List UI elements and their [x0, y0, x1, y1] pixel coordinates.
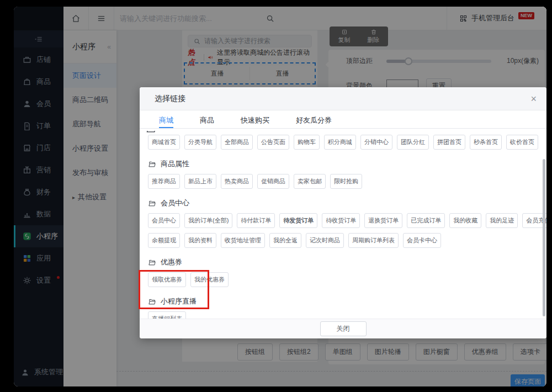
link-chip[interactable]: 待发货订单 [279, 213, 317, 228]
modal-tabs: 商城 商品 快速购买 好友瓜分券 [140, 110, 546, 129]
link-group-header: 商品属性 [147, 159, 538, 169]
link-chip[interactable]: 直播间列表 [148, 311, 186, 319]
link-chip[interactable]: 推荐商品 [148, 174, 180, 189]
link-chip[interactable]: 退换货订单 [364, 213, 402, 228]
link-chip[interactable]: 砍价首页 [506, 135, 538, 150]
folder-icon [145, 131, 160, 135]
link-list: 商城首页分类导航全部商品公告页面购物车积分商城分销中心团队分红拼团首页秒杀首页砍… [140, 129, 546, 319]
link-chip[interactable]: 余额提现 [148, 233, 180, 248]
link-chip[interactable]: 促销商品 [257, 174, 289, 189]
link-chip[interactable]: 团队分红 [397, 135, 429, 150]
folder-open-icon [147, 199, 157, 208]
link-row: 直播间列表 [148, 311, 538, 319]
link-chip[interactable]: 新品上市 [184, 174, 216, 189]
group-name: 商品属性 [161, 159, 189, 169]
link-chip[interactable]: 我的优惠券 [190, 272, 229, 287]
link-chip[interactable]: 拼团首页 [433, 135, 465, 150]
link-chip[interactable]: 我的资料 [184, 233, 216, 248]
link-group-header: 优惠券 [147, 257, 538, 267]
folder-open-icon [147, 160, 157, 168]
folder-open-icon [147, 258, 157, 267]
link-group-header-live: 小程序直播 [147, 296, 538, 306]
link-chip[interactable]: 待收货订单 [322, 213, 360, 228]
link-chip[interactable]: 记次时商品 [306, 233, 344, 248]
modal-title: 选择链接 [155, 94, 185, 104]
link-chip[interactable]: 会员卡中心 [403, 233, 441, 248]
close-icon[interactable]: × [530, 94, 537, 104]
link-chip[interactable]: 购物车 [294, 135, 320, 150]
tab-goods[interactable]: 商品 [200, 110, 214, 128]
link-row: 余额提现我的资料收货地址管理我的全返记次时商品周期购订单列表会员卡中心 [148, 233, 538, 252]
link-chip[interactable]: 限时抢购 [330, 174, 362, 189]
admin-app: 店铺 商品 会员 订单 门店 营销 [14, 7, 546, 386]
link-chip[interactable]: 待付款订单 [237, 213, 275, 228]
link-chip[interactable]: 我的收藏 [449, 213, 481, 228]
link-chip[interactable]: 分销中心 [360, 135, 392, 150]
link-chip[interactable]: 商城首页 [148, 135, 180, 150]
group-name: 优惠券 [161, 257, 182, 267]
link-group-header: 会员中心 [147, 198, 538, 208]
link-row: 商城首页分类导航全部商品公告页面购物车积分商城分销中心团队分红拼团首页秒杀首页砍… [148, 135, 538, 153]
tab-friend-coupon[interactable]: 好友瓜分券 [296, 110, 332, 128]
link-chip[interactable]: 公告页面 [257, 135, 289, 150]
modal-scrollbar[interactable] [543, 159, 545, 316]
link-chip[interactable]: 热卖商品 [221, 174, 253, 189]
select-link-modal: 选择链接 × 商城 商品 快速购买 好友瓜分券 商城首页分类导航全部商品公告页面… [140, 87, 546, 338]
link-chip[interactable]: 我的全返 [269, 233, 301, 248]
link-chip[interactable]: 领取优惠券 [148, 272, 186, 287]
link-chip[interactable]: 分类导航 [184, 135, 216, 150]
tab-quick-buy[interactable]: 快速购买 [241, 110, 269, 128]
link-row: 会员中心我的订单(全部)待付款订单待发货订单待收货订单退换货订单已完成订单我的收… [148, 213, 538, 232]
link-row: 推荐商品新品上市热卖商品促销商品卖家包邮限时抢购 [148, 174, 538, 193]
group-name: 会员中心 [161, 198, 189, 208]
folder-open-icon [147, 298, 157, 306]
link-chip[interactable]: 周期购订单列表 [348, 233, 399, 248]
link-chip[interactable]: 积分商城 [324, 135, 356, 150]
link-chip[interactable]: 收货地址管理 [221, 233, 265, 248]
link-chip[interactable]: 我的订单(全部) [184, 213, 232, 228]
group-name: 小程序直播 [161, 296, 197, 306]
link-chip[interactable]: 秒杀首页 [470, 135, 502, 150]
modal-close-button[interactable]: 关闭 [320, 321, 367, 336]
link-row: 领取优惠券我的优惠券 [148, 272, 538, 291]
link-chip[interactable]: 会员中心 [148, 213, 180, 228]
link-chip[interactable]: 卖家包邮 [294, 174, 326, 189]
link-chip[interactable]: 已完成订单 [407, 213, 445, 228]
link-chip[interactable]: 我的足迹 [486, 213, 518, 228]
tab-mall[interactable]: 商城 [159, 110, 173, 128]
link-chip[interactable]: 全部商品 [221, 135, 253, 150]
